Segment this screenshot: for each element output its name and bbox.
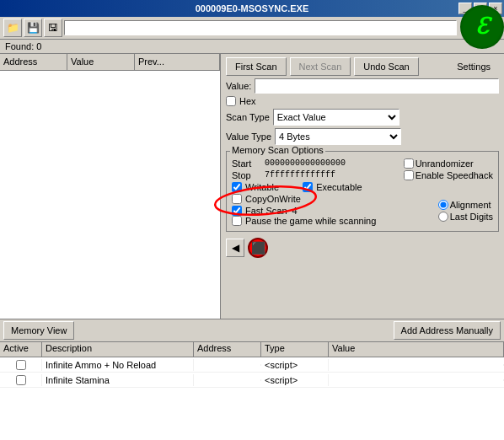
memory-scan-section: Memory Scan Options Start 00000000000000…: [226, 151, 499, 232]
address-table-body: Infinite Ammo + No Reload <script> Infin…: [0, 357, 504, 440]
folder-icon: 📁: [7, 22, 19, 34]
scan-type-label: Scan Type: [226, 112, 270, 122]
scan-results-list: [0, 71, 220, 319]
fast-scan-label: Fast Scan: [245, 206, 287, 216]
scan-type-select[interactable]: Exact Value: [273, 109, 399, 126]
title-text: 000009E0-MSOSYNC.EXE: [196, 3, 309, 13]
next-scan-button[interactable]: Next Scan: [290, 57, 351, 76]
title-bar: 000009E0-MSOSYNC.EXE _ □ ×: [0, 0, 504, 17]
toolbar-btn-3[interactable]: 🖫: [44, 19, 62, 37]
stop-label: Stop: [232, 170, 261, 180]
memory-view-button[interactable]: Memory View: [3, 321, 74, 340]
active-cell-2: [0, 374, 42, 386]
floppy-icon: 🖫: [48, 22, 58, 34]
settings-button[interactable]: Settings: [448, 57, 499, 76]
enable-speedhack-label: Enable Speedhack: [416, 170, 493, 180]
value-cell-1: [329, 364, 504, 366]
copy-on-write-row: CopyOnWrite: [232, 194, 301, 204]
active-col-header: Active: [0, 342, 42, 357]
memory-scan-title: Memory Scan Options: [230, 145, 325, 155]
value-input[interactable]: [255, 78, 499, 94]
start-value: 0000000000000000: [265, 158, 346, 168]
toolbar-btn-1[interactable]: 📁: [3, 19, 22, 37]
action-buttons-row: ◀ ⬛: [226, 238, 499, 258]
executable-checkbox[interactable]: [303, 182, 313, 192]
writable-label: Writable: [245, 182, 279, 192]
address-cell-1: [194, 364, 261, 366]
value-type-label: Value Type: [226, 131, 271, 142]
value-col-header2: Value: [329, 342, 504, 357]
toolbar: 📁 💾 🖫 Ɛ: [0, 17, 504, 40]
value-cell-2: [329, 379, 504, 381]
toolbar-btn-2[interactable]: 💾: [24, 19, 42, 37]
hex-row: Hex: [226, 96, 499, 106]
app-window: 000009E0-MSOSYNC.EXE _ □ × 📁 💾 🖫 Ɛ Found…: [0, 0, 504, 440]
writable-checkbox[interactable]: [232, 182, 242, 192]
last-digits-radio[interactable]: [438, 212, 448, 222]
table-row: Infinite Stamina <script>: [0, 373, 504, 388]
description-cell-1: Infinite Ammo + No Reload: [42, 359, 194, 371]
unrandomizer-checkbox[interactable]: [404, 158, 414, 169]
right-options: Unrandomizer Enable Speedhack: [404, 158, 493, 180]
row2-active-checkbox[interactable]: [16, 375, 26, 385]
address-col-header2: Address: [194, 342, 261, 357]
scan-buttons-row: First Scan Next Scan Undo Scan Settings: [226, 57, 499, 76]
fast-scan-row: Fast Scan 4 Alignment Last Digits: [232, 206, 493, 216]
address-input[interactable]: [64, 20, 457, 35]
alignment-label: Alignment: [450, 200, 491, 210]
active-cell-1: [0, 359, 42, 371]
hex-label: Hex: [239, 96, 256, 106]
last-digits-label: Last Digits: [450, 212, 493, 222]
value-type-select[interactable]: 4 Bytes: [275, 128, 401, 145]
fast-scan-value: 4: [292, 206, 298, 216]
type-cell-1: <script>: [261, 359, 329, 371]
executable-label: Executable: [316, 182, 362, 192]
address-col-header: Address: [0, 54, 67, 70]
stop-button[interactable]: ⬛: [248, 238, 268, 258]
description-cell-2: Infinite Stamina: [42, 374, 194, 386]
found-bar: Found: 0: [0, 40, 504, 54]
add-address-button[interactable]: Add Address Manually: [394, 321, 501, 340]
copy-on-write-label: CopyOnWrite: [245, 194, 301, 204]
start-label: Start: [232, 158, 261, 169]
row1-active-checkbox[interactable]: [16, 360, 26, 370]
table-row: Infinite Ammo + No Reload <script>: [0, 357, 504, 373]
address-cell-2: [194, 379, 261, 381]
main-area: Address Value Prev... First Scan Next Sc…: [0, 54, 504, 319]
writable-executable-row: Writable Executable: [232, 182, 493, 192]
value-label: Value:: [226, 81, 251, 91]
copy-on-write-checkbox[interactable]: [232, 194, 242, 204]
enable-speedhack-checkbox[interactable]: [404, 170, 414, 180]
arrow-button[interactable]: ◀: [226, 239, 244, 257]
prev-col-header: Prev...: [135, 54, 220, 70]
type-cell-2: <script>: [261, 374, 329, 386]
address-table-section: Active Description Address Type Value In…: [0, 341, 504, 440]
right-panel: First Scan Next Scan Undo Scan Settings …: [221, 54, 504, 319]
undo-scan-button[interactable]: Undo Scan: [354, 57, 418, 76]
value-col-header: Value: [67, 54, 135, 70]
type-col-header: Type: [261, 342, 329, 357]
fast-scan-checkbox[interactable]: [232, 206, 242, 216]
bottom-bar: Memory View Add Address Manually: [0, 319, 504, 341]
value-row: Value:: [226, 78, 499, 94]
alignment-radio[interactable]: [438, 200, 448, 210]
unrandomizer-label: Unrandomizer: [416, 158, 474, 169]
value-type-row: Value Type 4 Bytes: [226, 128, 499, 145]
ce-logo: Ɛ: [475, 13, 489, 40]
stop-value: 7fffffffffffff: [265, 170, 335, 180]
pause-game-checkbox[interactable]: [232, 216, 242, 226]
left-panel: Address Value Prev...: [0, 54, 221, 319]
hex-checkbox[interactable]: [226, 96, 236, 106]
description-col-header: Description: [42, 342, 194, 357]
first-scan-button[interactable]: First Scan: [226, 57, 287, 76]
list-header: Address Value Prev...: [0, 54, 220, 71]
table-header: Active Description Address Type Value: [0, 342, 504, 357]
found-text: Found: 0: [5, 41, 41, 51]
pause-game-label: Pause the game while scanning: [245, 216, 376, 226]
save-icon: 💾: [27, 22, 40, 34]
scan-type-row: Scan Type Exact Value: [226, 109, 499, 126]
